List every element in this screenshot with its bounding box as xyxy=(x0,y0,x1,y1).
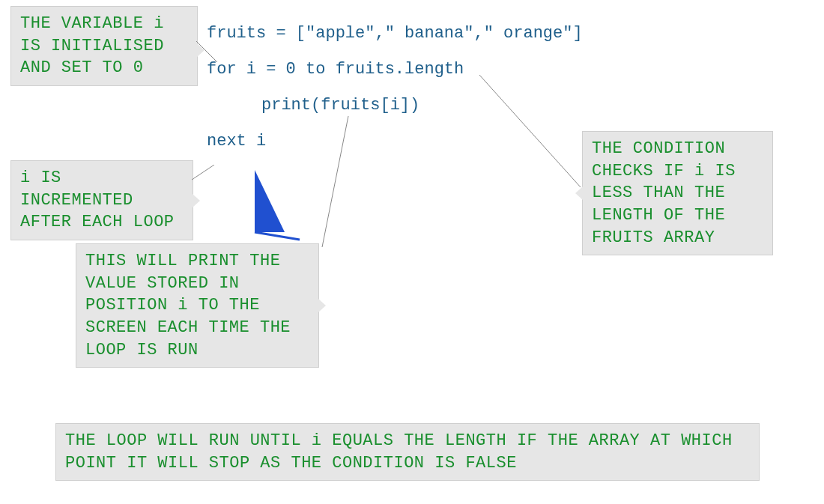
connector-condition xyxy=(479,75,584,195)
callout-print: THIS WILL PRINT THE VALUE STORED IN POSI… xyxy=(76,243,319,368)
connector-increment xyxy=(192,165,222,195)
code-line-1: fruits = ["apple"," banana"," orange"] xyxy=(207,24,583,43)
code-line-2: for i = 0 to fruits.length xyxy=(207,60,464,79)
svg-line-4 xyxy=(322,116,348,247)
svg-line-2 xyxy=(192,165,214,180)
code-line-3: print(fruits[i]) xyxy=(261,96,419,115)
callout-summary: THE LOOP WILL RUN UNTIL i EQUALS THE LEN… xyxy=(55,423,760,481)
callout-variable-init: THE VARIABLE i IS INITIALISED AND SET TO… xyxy=(10,6,198,86)
callout-condition: THE CONDITION CHECKS IF i IS LESS THAN T… xyxy=(582,131,773,255)
arrow-loop-icon xyxy=(210,154,315,251)
connector-print xyxy=(318,116,378,251)
svg-marker-0 xyxy=(255,170,285,232)
code-line-4: next i xyxy=(207,132,266,151)
svg-line-3 xyxy=(479,75,581,187)
callout-increment: i IS INCREMENTED AFTER EACH LOOP xyxy=(10,160,193,240)
